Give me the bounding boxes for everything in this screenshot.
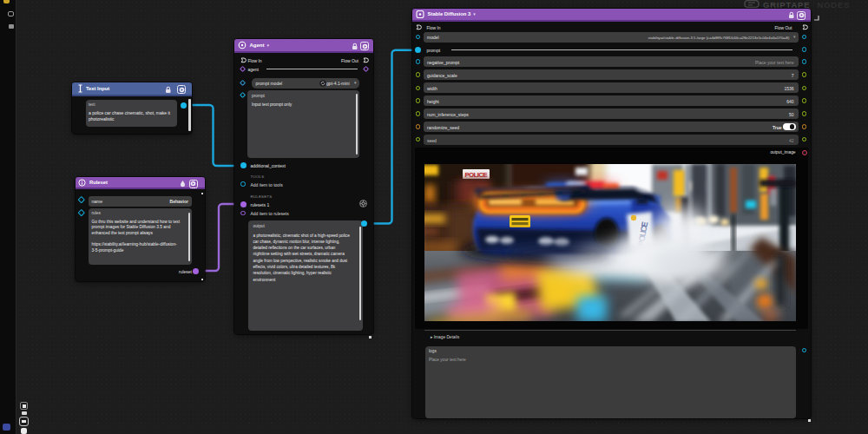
svg-text:POLICE: POLICE [465,170,489,178]
